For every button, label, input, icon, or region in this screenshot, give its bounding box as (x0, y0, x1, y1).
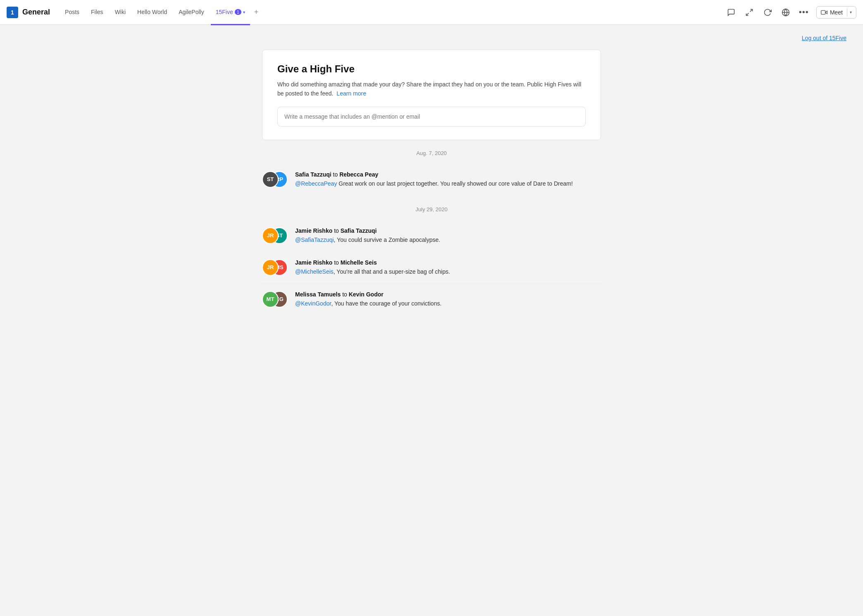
card-title: Give a High Five (277, 63, 586, 75)
avatars: JR ST (262, 227, 288, 246)
hf-content: Jamie Rishko to Safia Tazzuqi @SafiaTazz… (295, 227, 601, 244)
tab-posts[interactable]: Posts (60, 0, 84, 25)
hf-content: Melissa Tamuels to Kevin Godor @KevinGod… (295, 291, 601, 308)
avatars: ST RP (262, 171, 288, 189)
mention-link[interactable]: @KevinGodor (295, 300, 331, 307)
add-tab-button[interactable]: + (250, 8, 263, 17)
avatars: JR MS (262, 259, 288, 277)
hf-message: @SafiaTazzuqi, You could survive a Zombi… (295, 236, 601, 244)
hf-header: Jamie Rishko to Michelle Seis (295, 259, 601, 266)
date-separator: Aug. 7, 2020 (262, 150, 601, 156)
card-description: Who did something amazing that made your… (277, 80, 586, 98)
hf-message: @MichelleSeis, You're all that and a sup… (295, 267, 601, 276)
mention-link[interactable]: @SafiaTazzuqi (295, 236, 334, 243)
svg-marker-4 (825, 11, 827, 14)
high-five-item: JR MS Jamie Rishko to Michelle Seis @Mic… (262, 253, 601, 284)
hf-content: Safia Tazzuqi to Rebecca Peay @RebeccaPe… (295, 171, 601, 188)
tab-badge: 1 (235, 9, 241, 15)
meet-divider (847, 8, 847, 17)
svg-line-1 (746, 13, 749, 15)
high-five-item: MT KG Melissa Tamuels to Kevin Godor @Ke… (262, 284, 601, 316)
date-separator: July 29, 2020 (262, 206, 601, 212)
top-bar-actions: ••• Meet ▾ (725, 6, 856, 19)
expand-icon[interactable] (744, 7, 755, 18)
tab-agile-polly[interactable]: AgilePolly (174, 0, 209, 25)
avatar-from: ST (262, 171, 279, 188)
learn-more-link[interactable]: Learn more (336, 90, 366, 97)
avatar-from: JR (262, 259, 279, 276)
hf-content: Jamie Rishko to Michelle Seis @MichelleS… (295, 259, 601, 276)
meet-button[interactable]: Meet ▾ (816, 6, 856, 19)
feed: Aug. 7, 2020 ST RP Safia Tazzuqi to Rebe… (262, 140, 601, 316)
nav-tabs: Posts Files Wiki Hello World AgilePolly … (60, 0, 250, 25)
meet-chevron-icon: ▾ (850, 10, 852, 14)
svg-line-0 (750, 9, 753, 12)
hf-header: Melissa Tamuels to Kevin Godor (295, 291, 601, 298)
mention-link[interactable]: @RebeccaPeay (295, 180, 337, 187)
hf-message: @RebeccaPeay Great work on our last proj… (295, 179, 601, 188)
meet-label: Meet (830, 9, 843, 16)
tab-15five[interactable]: 15Five 1 ▾ (211, 0, 250, 25)
hf-message: @KevinGodor, You have the courage of you… (295, 299, 601, 308)
high-five-item: ST RP Safia Tazzuqi to Rebecca Peay @Reb… (262, 165, 601, 196)
avatars: MT KG (262, 291, 288, 309)
hf-header: Jamie Rishko to Safia Tazzuqi (295, 227, 601, 234)
top-bar: 1 General Posts Files Wiki Hello World A… (0, 0, 863, 25)
hf-header: Safia Tazzuqi to Rebecca Peay (295, 171, 601, 178)
chat-icon[interactable] (725, 7, 737, 18)
avatar-from: JR (262, 227, 279, 244)
avatar-from: MT (262, 291, 279, 308)
channel-badge: 1 (7, 7, 18, 18)
high-five-card: Give a High Five Who did something amazi… (262, 50, 601, 140)
tab-hello-world[interactable]: Hello World (132, 0, 172, 25)
mention-link[interactable]: @MichelleSeis (295, 268, 334, 275)
tab-files[interactable]: Files (86, 0, 108, 25)
logout-link[interactable]: Log out of 15Five (802, 35, 846, 41)
main-content: Log out of 15Five Give a High Five Who d… (0, 25, 863, 326)
globe-icon[interactable] (780, 7, 791, 18)
tab-wiki[interactable]: Wiki (110, 0, 131, 25)
channel-name: General (22, 8, 50, 17)
refresh-icon[interactable] (762, 7, 773, 18)
more-options-icon[interactable]: ••• (798, 7, 810, 18)
svg-rect-5 (821, 10, 825, 14)
message-input[interactable] (284, 113, 579, 120)
message-input-wrapper[interactable] (277, 107, 586, 127)
chevron-down-icon: ▾ (243, 10, 245, 14)
high-five-item: JR ST Jamie Rishko to Safia Tazzuqi @Saf… (262, 221, 601, 253)
